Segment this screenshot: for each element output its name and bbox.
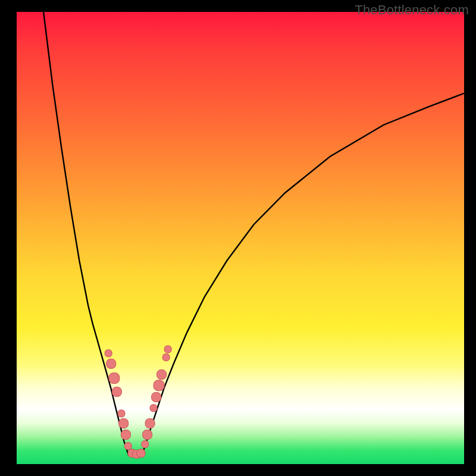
- curve-marker: [162, 354, 170, 361]
- curve-marker: [121, 430, 131, 440]
- curve-marker: [137, 449, 145, 458]
- curve-marker: [109, 373, 120, 384]
- curve-marker: [157, 370, 167, 380]
- curve-marker: [152, 393, 161, 402]
- plot-area: [17, 12, 464, 464]
- curve-marker: [112, 387, 121, 396]
- curve-marker: [154, 380, 164, 391]
- curve-marker: [143, 430, 152, 440]
- curve-marker: [118, 410, 125, 417]
- curve-marker: [124, 443, 131, 450]
- curve-marker: [107, 359, 116, 368]
- v-curve-path: [43, 12, 464, 455]
- curve-marker: [105, 350, 112, 357]
- curve-marker: [142, 441, 149, 448]
- curve-marker: [119, 419, 129, 428]
- curve-marker: [145, 419, 155, 428]
- curve-marker: [164, 346, 171, 353]
- watermark-text: TheBottleneck.com: [355, 2, 469, 18]
- chart-frame: TheBottleneck.com: [0, 0, 476, 476]
- curve-marker: [150, 405, 157, 412]
- bottleneck-curve: [17, 12, 464, 464]
